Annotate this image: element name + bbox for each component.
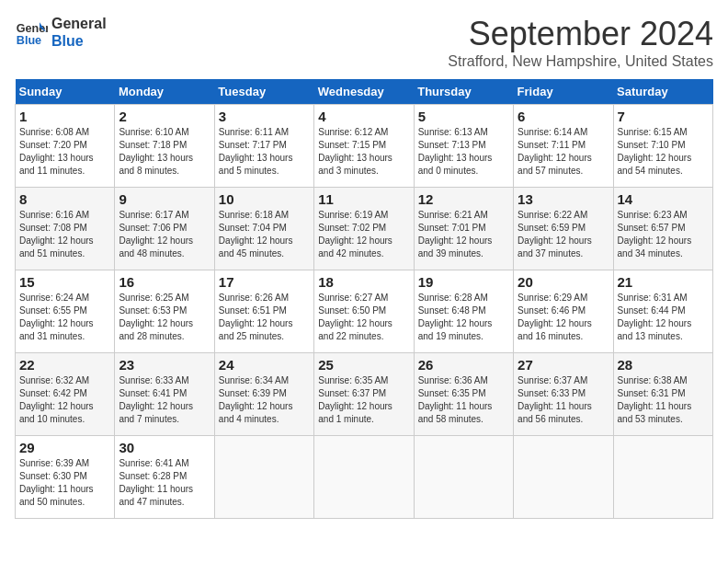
day-header-thursday: Thursday bbox=[414, 79, 513, 105]
calendar-cell: 10 Sunrise: 6:18 AMSunset: 7:04 PMDaylig… bbox=[214, 188, 313, 270]
calendar-cell: 5 Sunrise: 6:13 AMSunset: 7:13 PMDayligh… bbox=[414, 105, 513, 188]
calendar-cell: 1 Sunrise: 6:08 AMSunset: 7:20 PMDayligh… bbox=[16, 105, 115, 188]
calendar-cell: 28 Sunrise: 6:38 AMSunset: 6:31 PMDaylig… bbox=[613, 353, 712, 436]
day-number: 30 bbox=[119, 440, 210, 455]
day-number: 21 bbox=[618, 274, 709, 290]
calendar-cell bbox=[514, 436, 613, 519]
day-info: Sunrise: 6:28 AMSunset: 6:48 PMDaylight:… bbox=[418, 293, 493, 341]
day-info: Sunrise: 6:16 AMSunset: 7:08 PMDaylight:… bbox=[19, 210, 94, 259]
day-info: Sunrise: 6:24 AMSunset: 6:55 PMDaylight:… bbox=[19, 293, 94, 341]
day-info: Sunrise: 6:34 AMSunset: 6:39 PMDaylight:… bbox=[219, 375, 293, 424]
calendar-cell: 26 Sunrise: 6:36 AMSunset: 6:35 PMDaylig… bbox=[414, 353, 513, 436]
day-number: 26 bbox=[418, 357, 509, 373]
calendar-table: SundayMondayTuesdayWednesdayThursdayFrid… bbox=[15, 79, 713, 519]
day-number: 27 bbox=[518, 357, 609, 373]
day-info: Sunrise: 6:21 AMSunset: 7:01 PMDaylight:… bbox=[418, 210, 493, 259]
calendar-cell: 21 Sunrise: 6:31 AMSunset: 6:44 PMDaylig… bbox=[613, 270, 712, 353]
day-info: Sunrise: 6:13 AMSunset: 7:13 PMDaylight:… bbox=[418, 127, 493, 176]
day-number: 8 bbox=[19, 191, 110, 207]
day-info: Sunrise: 6:22 AMSunset: 6:59 PMDaylight:… bbox=[518, 210, 592, 259]
day-header-friday: Friday bbox=[514, 79, 613, 105]
day-number: 25 bbox=[318, 357, 409, 373]
day-number: 3 bbox=[219, 109, 310, 124]
calendar-cell: 22 Sunrise: 6:32 AMSunset: 6:42 PMDaylig… bbox=[16, 353, 115, 436]
day-info: Sunrise: 6:27 AMSunset: 6:50 PMDaylight:… bbox=[318, 293, 392, 341]
day-info: Sunrise: 6:26 AMSunset: 6:51 PMDaylight:… bbox=[219, 293, 293, 341]
calendar-cell bbox=[613, 436, 712, 519]
day-number: 13 bbox=[518, 191, 609, 207]
day-number: 28 bbox=[618, 357, 709, 373]
day-number: 9 bbox=[119, 191, 210, 207]
day-number: 24 bbox=[219, 357, 310, 373]
day-header-monday: Monday bbox=[115, 79, 214, 105]
day-number: 22 bbox=[19, 357, 110, 373]
calendar-cell: 25 Sunrise: 6:35 AMSunset: 6:37 PMDaylig… bbox=[314, 353, 414, 436]
calendar-cell: 20 Sunrise: 6:29 AMSunset: 6:46 PMDaylig… bbox=[514, 270, 613, 353]
day-header-tuesday: Tuesday bbox=[214, 79, 313, 105]
calendar-cell: 13 Sunrise: 6:22 AMSunset: 6:59 PMDaylig… bbox=[514, 188, 613, 270]
calendar-cell: 15 Sunrise: 6:24 AMSunset: 6:55 PMDaylig… bbox=[16, 270, 115, 353]
day-info: Sunrise: 6:14 AMSunset: 7:11 PMDaylight:… bbox=[518, 127, 592, 176]
day-number: 18 bbox=[318, 274, 409, 290]
calendar-cell: 27 Sunrise: 6:37 AMSunset: 6:33 PMDaylig… bbox=[514, 353, 613, 436]
header: General Blue General Blue September 2024… bbox=[15, 15, 713, 70]
day-number: 7 bbox=[618, 109, 709, 124]
calendar-cell: 6 Sunrise: 6:14 AMSunset: 7:11 PMDayligh… bbox=[514, 105, 613, 188]
calendar-cell: 16 Sunrise: 6:25 AMSunset: 6:53 PMDaylig… bbox=[115, 270, 214, 353]
day-header-sunday: Sunday bbox=[16, 79, 115, 105]
svg-text:Blue: Blue bbox=[17, 34, 41, 47]
day-number: 23 bbox=[119, 357, 210, 373]
day-number: 20 bbox=[518, 274, 609, 290]
day-info: Sunrise: 6:25 AMSunset: 6:53 PMDaylight:… bbox=[119, 293, 193, 341]
day-number: 4 bbox=[318, 109, 409, 124]
day-header-wednesday: Wednesday bbox=[314, 79, 414, 105]
calendar-cell bbox=[314, 436, 414, 519]
calendar-cell: 23 Sunrise: 6:33 AMSunset: 6:41 PMDaylig… bbox=[115, 353, 214, 436]
day-info: Sunrise: 6:37 AMSunset: 6:33 PMDaylight:… bbox=[518, 375, 592, 424]
day-info: Sunrise: 6:11 AMSunset: 7:17 PMDaylight:… bbox=[219, 127, 293, 176]
day-number: 1 bbox=[19, 109, 110, 124]
calendar-cell: 9 Sunrise: 6:17 AMSunset: 7:06 PMDayligh… bbox=[115, 188, 214, 270]
logo-blue-text: Blue bbox=[51, 32, 107, 50]
calendar-cell: 4 Sunrise: 6:12 AMSunset: 7:15 PMDayligh… bbox=[314, 105, 414, 188]
day-number: 29 bbox=[19, 440, 110, 455]
logo-general-text: General bbox=[51, 15, 107, 32]
day-number: 2 bbox=[119, 109, 210, 124]
day-info: Sunrise: 6:10 AMSunset: 7:18 PMDaylight:… bbox=[119, 127, 193, 176]
day-number: 11 bbox=[318, 191, 409, 207]
calendar-cell: 2 Sunrise: 6:10 AMSunset: 7:18 PMDayligh… bbox=[115, 105, 214, 188]
logo-icon: General Blue bbox=[15, 16, 48, 49]
calendar-cell: 7 Sunrise: 6:15 AMSunset: 7:10 PMDayligh… bbox=[613, 105, 712, 188]
title-area: September 2024 Strafford, New Hampshire,… bbox=[448, 15, 713, 70]
day-info: Sunrise: 6:36 AMSunset: 6:35 PMDaylight:… bbox=[418, 375, 493, 424]
calendar-cell: 17 Sunrise: 6:26 AMSunset: 6:51 PMDaylig… bbox=[214, 270, 313, 353]
day-info: Sunrise: 6:23 AMSunset: 6:57 PMDaylight:… bbox=[618, 210, 692, 259]
calendar-cell: 14 Sunrise: 6:23 AMSunset: 6:57 PMDaylig… bbox=[613, 188, 712, 270]
day-number: 14 bbox=[618, 191, 709, 207]
calendar-cell: 11 Sunrise: 6:19 AMSunset: 7:02 PMDaylig… bbox=[314, 188, 414, 270]
day-info: Sunrise: 6:33 AMSunset: 6:41 PMDaylight:… bbox=[119, 375, 193, 424]
day-info: Sunrise: 6:38 AMSunset: 6:31 PMDaylight:… bbox=[618, 375, 692, 424]
day-info: Sunrise: 6:12 AMSunset: 7:15 PMDaylight:… bbox=[318, 127, 392, 176]
day-number: 5 bbox=[418, 109, 509, 124]
calendar-cell: 24 Sunrise: 6:34 AMSunset: 6:39 PMDaylig… bbox=[214, 353, 313, 436]
calendar-cell: 12 Sunrise: 6:21 AMSunset: 7:01 PMDaylig… bbox=[414, 188, 513, 270]
calendar-cell: 3 Sunrise: 6:11 AMSunset: 7:17 PMDayligh… bbox=[214, 105, 313, 188]
logo: General Blue General Blue bbox=[15, 15, 107, 50]
day-info: Sunrise: 6:39 AMSunset: 6:30 PMDaylight:… bbox=[19, 458, 94, 507]
day-info: Sunrise: 6:35 AMSunset: 6:37 PMDaylight:… bbox=[318, 375, 392, 424]
day-info: Sunrise: 6:32 AMSunset: 6:42 PMDaylight:… bbox=[19, 375, 94, 424]
calendar-cell: 30 Sunrise: 6:41 AMSunset: 6:28 PMDaylig… bbox=[115, 436, 214, 519]
calendar-cell: 29 Sunrise: 6:39 AMSunset: 6:30 PMDaylig… bbox=[16, 436, 115, 519]
day-info: Sunrise: 6:41 AMSunset: 6:28 PMDaylight:… bbox=[119, 458, 193, 507]
day-header-saturday: Saturday bbox=[613, 79, 712, 105]
month-title: September 2024 bbox=[448, 15, 713, 53]
day-info: Sunrise: 6:08 AMSunset: 7:20 PMDaylight:… bbox=[19, 127, 94, 176]
day-number: 16 bbox=[119, 274, 210, 290]
day-info: Sunrise: 6:15 AMSunset: 7:10 PMDaylight:… bbox=[618, 127, 692, 176]
day-number: 19 bbox=[418, 274, 509, 290]
location-title: Strafford, New Hampshire, United States bbox=[448, 53, 713, 70]
day-number: 15 bbox=[19, 274, 110, 290]
day-number: 17 bbox=[219, 274, 310, 290]
calendar-cell: 8 Sunrise: 6:16 AMSunset: 7:08 PMDayligh… bbox=[16, 188, 115, 270]
